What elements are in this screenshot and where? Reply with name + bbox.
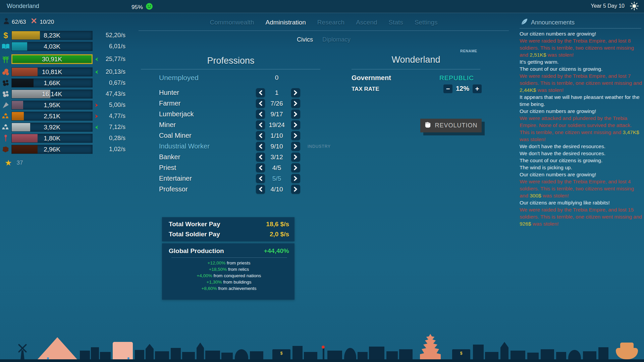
tab-administration[interactable]: Administration: [265, 19, 306, 26]
resource-row[interactable]: 1,66K0,67/s: [0, 78, 125, 87]
resource-bar[interactable]: 1,80K: [11, 134, 93, 143]
professions-divider: [141, 69, 320, 69]
star-icon: ★: [5, 159, 12, 167]
resource-rate: 7,12/s: [101, 124, 125, 131]
raid-message: We were raided by the Trebia Empire, and…: [520, 37, 642, 58]
resource-row[interactable]: $8,23K52,20/s: [0, 31, 125, 40]
profession-name: Professor: [159, 185, 188, 193]
increase-button[interactable]: [291, 110, 300, 119]
happiness-indicator[interactable]: 95%: [131, 3, 153, 12]
resource-bar[interactable]: 1,95K: [11, 101, 93, 110]
resource-rate: 52,20/s: [101, 32, 125, 39]
resource-row[interactable]: 4,03K6,01/s: [0, 42, 125, 51]
subtab-diplomacy[interactable]: Diplomacy: [322, 36, 351, 43]
info-message: Our citizens are multiplying like rabbit…: [520, 199, 642, 206]
resource-row[interactable]: 16,14K47,43/s: [0, 89, 125, 99]
profession-row: Hunter1: [139, 88, 373, 98]
production-breakdown-line: +4,00% from conquered nations: [169, 273, 289, 278]
dollar-icon: $: [0, 31, 11, 40]
building-spire: [146, 344, 154, 359]
resource-bar[interactable]: 4,03K: [11, 42, 93, 51]
resource-row[interactable]: 1,80K0,28/s: [0, 134, 125, 143]
book-icon: [0, 43, 11, 50]
production-breakdown-line: +1,30% from buildings: [169, 280, 289, 285]
stolen-amount: 300$: [530, 193, 541, 198]
tab-research[interactable]: Research: [317, 19, 344, 26]
breakdown-percent: +1,30%: [207, 280, 222, 285]
profession-row: Priest4/5: [139, 163, 373, 173]
profession-row: Industrial Worker9/10INDUSTRY: [139, 142, 373, 151]
increase-button[interactable]: [291, 120, 300, 129]
achievement-star-row[interactable]: ★ 37: [5, 159, 23, 167]
announcements-title: Announcements: [531, 19, 575, 26]
resource-row[interactable]: 10,81K20,13/s: [0, 67, 125, 76]
resource-bar[interactable]: 10,81K: [11, 67, 93, 76]
building-dome: [568, 350, 581, 359]
fist-icon: [424, 121, 431, 130]
resource-bar[interactable]: 3,92K: [11, 123, 93, 132]
info-message: Our citizen numbers are growing!: [520, 108, 642, 115]
tab-ascend[interactable]: Ascend: [356, 19, 377, 26]
tab-settings[interactable]: Settings: [415, 19, 438, 26]
city-skyline: $$: [0, 322, 644, 362]
resource-rate: 5,00/s: [101, 102, 125, 109]
info-message: The wind is picking up.: [520, 164, 642, 171]
increase-button[interactable]: [291, 174, 300, 183]
tab-stats[interactable]: Stats: [389, 19, 403, 26]
building-rect: [171, 348, 181, 359]
profession-name: Lumberjack: [159, 110, 194, 118]
resource-rate: 20,13/s: [101, 68, 125, 75]
increase-button[interactable]: [291, 99, 300, 108]
building-spire: [500, 342, 508, 359]
resource-bar[interactable]: 16,14K: [11, 89, 93, 99]
resource-rate: 6,01/s: [101, 43, 125, 50]
resource-bar[interactable]: 2,51K: [11, 112, 93, 121]
government-label: Government: [352, 74, 391, 82]
building-pagoda: [420, 334, 441, 359]
building-rect: [358, 352, 368, 359]
main-tab-bar: CommonwealthAdministrationResearchAscend…: [139, 19, 509, 26]
info-message: It's getting warm.: [520, 58, 642, 65]
resource-bar[interactable]: 8,23K: [11, 31, 93, 40]
building-rect: [250, 351, 263, 359]
increase-button[interactable]: [291, 142, 300, 151]
building-rect: [369, 347, 384, 359]
global-production-panel: Global Production +44,40% +12,00% from p…: [162, 243, 294, 300]
info-message: We don't have the desired resources.: [520, 150, 642, 157]
resource-bar[interactable]: 1,66K: [11, 78, 93, 87]
building-rect: [485, 352, 498, 359]
soldiers-group[interactable]: 10/20: [30, 17, 54, 26]
building-colosseum: [113, 342, 133, 359]
resource-bar[interactable]: 30,91K: [11, 54, 93, 64]
tab-commonwealth[interactable]: Commonwealth: [210, 19, 254, 26]
revolution-button[interactable]: REVOLUTION: [420, 119, 482, 132]
increase-button[interactable]: [291, 153, 300, 162]
profession-count: 5/5: [260, 175, 293, 182]
resource-row[interactable]: 2,51K4,77/s: [0, 112, 125, 121]
stone-icon: [0, 90, 11, 98]
tax-decrease-button[interactable]: −: [443, 84, 452, 93]
profession-row: Farmer7/26: [139, 99, 373, 108]
resource-value: 3,92K: [12, 123, 92, 131]
building-rect: [221, 353, 233, 359]
worker-pay-value: 18,6 $/s: [266, 221, 289, 228]
building-rect: [182, 352, 195, 359]
resource-bar[interactable]: 2,96K: [11, 145, 93, 154]
resource-row[interactable]: 3,92K7,12/s: [0, 123, 125, 132]
building-rect: [473, 345, 484, 359]
tax-rate-label: TAX RATE: [352, 86, 379, 93]
government-value[interactable]: REPUBLIC: [402, 74, 474, 82]
subtab-civics[interactable]: Civics: [297, 36, 313, 43]
increase-button[interactable]: [291, 88, 300, 97]
population-group[interactable]: 62/63: [3, 18, 26, 26]
tax-increase-button[interactable]: +: [473, 84, 482, 93]
resource-row[interactable]: 30,91K25,77/s: [0, 54, 125, 64]
top-bar: Wonderland 95% Year 5 Day 10: [0, 0, 644, 13]
rename-button[interactable]: RENAME: [460, 49, 477, 53]
resource-row[interactable]: 2,96K1,02/s: [0, 145, 125, 154]
increase-button[interactable]: [291, 131, 300, 140]
increase-button[interactable]: [291, 163, 300, 172]
increase-button[interactable]: [291, 185, 300, 194]
production-breakdown-line: +18,50% from relics: [169, 267, 289, 272]
resource-row[interactable]: 1,95K5,00/s: [0, 101, 125, 110]
